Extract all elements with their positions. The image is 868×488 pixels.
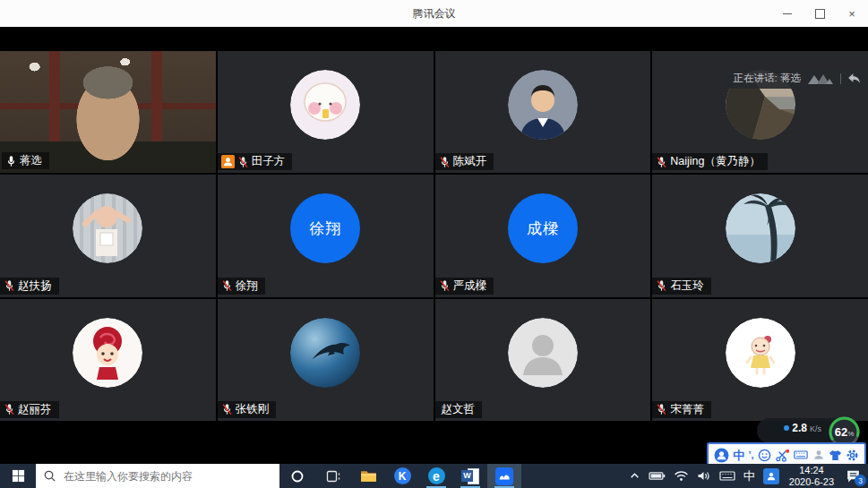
windows-logo-icon <box>12 469 25 483</box>
edge-button[interactable]: e <box>419 464 453 488</box>
clock-date: 2020-6-23 <box>789 476 834 488</box>
ime-punctuation-toggle[interactable]: ’, <box>748 450 753 460</box>
search-input[interactable] <box>62 469 272 484</box>
participant-tile-jiangxuan[interactable]: 蒋选 <box>0 51 216 173</box>
tray-expand-chevron-icon[interactable] <box>629 470 640 482</box>
avatar-text: 徐翔 <box>309 218 341 239</box>
start-button[interactable] <box>0 464 36 488</box>
network-speed-unit: K/s <box>810 424 821 433</box>
clock-time: 14:24 <box>789 465 834 476</box>
participant-name: 赵丽芬 <box>18 402 52 417</box>
participant-nametag: 严成樑 <box>435 278 494 295</box>
word-icon: W <box>461 468 479 484</box>
tencent-meeting-icon <box>495 467 513 485</box>
gear-icon[interactable] <box>846 449 859 462</box>
cortana-icon <box>290 469 305 484</box>
participant-name: 宋菁菁 <box>670 402 704 417</box>
ime-lang-toggle[interactable]: 中 <box>733 449 744 461</box>
network-speed[interactable]: 2.8 K/s <box>784 422 821 434</box>
network-speed-value: 2.8 <box>792 422 807 434</box>
mic-muted-icon <box>656 279 667 292</box>
k-app-icon: K <box>394 467 411 484</box>
task-view-button[interactable] <box>315 464 351 488</box>
tray-clock[interactable]: 14:24 2020-6-23 <box>789 465 834 487</box>
wifi-icon[interactable] <box>674 470 689 482</box>
avatar-default <box>508 318 578 388</box>
speaking-banner-text: 正在讲话: 蒋选 <box>734 72 801 85</box>
ime-logo-icon[interactable] <box>714 448 729 463</box>
participant-nametag: 田子方 <box>218 153 293 170</box>
participant-nametag: 赵丽芬 <box>0 401 59 418</box>
app-k-button[interactable]: K <box>385 464 419 488</box>
tray-ime-icon[interactable] <box>763 468 779 484</box>
screenshot-scissors-icon[interactable] <box>775 449 790 462</box>
account-person-icon[interactable] <box>812 449 825 461</box>
mic-muted-icon <box>4 279 15 292</box>
system-tray: 中 14:24 2020-6-23 3 <box>629 464 868 488</box>
participant-tile-zhaolifen[interactable]: 赵丽芬 <box>0 299 216 421</box>
file-explorer-button[interactable] <box>351 464 385 488</box>
participant-name: 赵文哲 <box>442 402 476 417</box>
skin-shirt-icon[interactable] <box>829 449 842 461</box>
participant-tile-zhaowenzhe[interactable]: 赵文哲 <box>435 299 651 421</box>
participant-tile-shiyuling[interactable]: 石玉玲 <box>652 175 868 296</box>
banner-divider <box>840 73 841 84</box>
action-center-button[interactable]: 3 <box>844 468 862 484</box>
window-title: 腾讯会议 <box>0 6 868 21</box>
participant-tile-chenbinkai[interactable]: 陈斌开 <box>435 51 651 173</box>
participant-nametag: 赵文哲 <box>435 401 483 418</box>
mic-muted-icon <box>656 156 667 168</box>
avatar-initials: 成樑 <box>508 193 578 263</box>
cortana-button[interactable] <box>279 464 315 488</box>
participant-nametag: 张铁刚 <box>218 401 277 418</box>
mic-muted-icon <box>439 279 451 292</box>
edge-icon: e <box>428 467 445 484</box>
emoji-icon[interactable] <box>758 449 771 462</box>
participant-nametag: 赵扶扬 <box>0 278 59 295</box>
avatar-text: 成樑 <box>527 218 559 239</box>
participant-nametag: 徐翔 <box>218 278 265 295</box>
share-arrow-icon[interactable] <box>847 73 861 84</box>
tencent-meeting-button[interactable] <box>487 464 521 488</box>
word-button[interactable]: W <box>453 464 487 488</box>
mic-on-icon <box>5 155 17 167</box>
avatar <box>508 70 578 140</box>
mic-muted-icon <box>221 279 233 292</box>
mic-muted-icon <box>656 403 667 415</box>
folder-icon <box>360 468 377 484</box>
participant-nametag: 石玉玲 <box>652 278 711 295</box>
participant-name: 严成樑 <box>453 278 487 294</box>
participant-name: Naijing（黄乃静） <box>670 154 761 169</box>
avatar <box>73 318 142 388</box>
participant-tile-yanchengliang[interactable]: 成樑 严成樑 <box>435 175 651 296</box>
speaking-banner: 正在讲话: 蒋选 <box>726 68 868 89</box>
taskbar-search[interactable] <box>36 464 279 488</box>
participant-nametag: 宋菁菁 <box>652 401 711 418</box>
task-view-icon <box>326 469 340 484</box>
touch-keyboard-icon[interactable] <box>719 470 735 482</box>
tray-ime-lang[interactable]: 中 <box>743 468 755 484</box>
battery-icon[interactable] <box>649 470 666 482</box>
mic-muted-icon <box>439 156 451 168</box>
avatar <box>726 318 795 388</box>
participant-nametag: Naijing（黄乃静） <box>652 153 768 170</box>
participant-tile-tianzifang[interactable]: 田子方 <box>218 51 434 173</box>
participant-name: 田子方 <box>252 154 286 169</box>
virtual-keyboard-icon[interactable] <box>794 449 808 460</box>
avatar <box>73 193 142 263</box>
participant-name: 陈斌开 <box>453 154 487 169</box>
host-badge-icon <box>221 155 235 168</box>
taskbar: K e W 中 14:24 2020-6-23 3 <box>0 464 868 488</box>
speaker-icon[interactable] <box>697 470 711 482</box>
mic-muted-icon <box>237 156 249 168</box>
participant-nametag: 蒋选 <box>2 152 49 169</box>
avatar <box>290 70 360 140</box>
avatar-initials: 徐翔 <box>290 193 360 263</box>
participant-tile-zhaofuyang[interactable]: 赵扶扬 <box>0 175 216 296</box>
participant-tile-songjingjing[interactable]: 宋菁菁 <box>652 299 868 421</box>
participant-tile-zhangtiegang[interactable]: 张铁刚 <box>218 299 434 421</box>
avatar <box>290 318 360 388</box>
participant-tile-xuxiang[interactable]: 徐翔 徐翔 <box>218 175 434 296</box>
participant-name: 赵扶扬 <box>18 278 52 294</box>
mic-muted-icon <box>221 403 233 415</box>
